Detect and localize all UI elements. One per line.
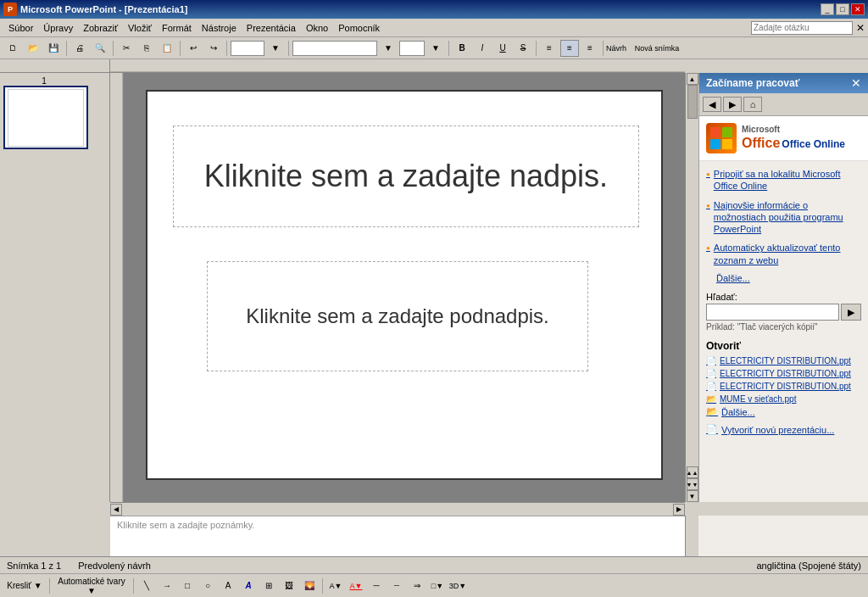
scroll-down-button[interactable]: ▼ (687, 490, 698, 502)
draw-menu-button[interactable]: Kresliť ▼ (3, 577, 46, 594)
dash-style-button[interactable]: ┄ (387, 577, 406, 594)
scroll-up-button[interactable]: ▲ (687, 73, 698, 85)
title-controls[interactable]: _ □ ✕ (821, 3, 865, 15)
scroll-right-button[interactable]: ▶ (673, 504, 685, 516)
3d-button[interactable]: 3D▼ (448, 577, 467, 594)
bold-button[interactable]: B (453, 40, 471, 57)
panel-search-input[interactable] (706, 304, 839, 321)
insert-picture-button[interactable]: 🌄 (300, 577, 319, 594)
align-right-button[interactable]: ≡ (581, 40, 599, 57)
minimize-button[interactable]: _ (821, 3, 834, 15)
strikethrough-button[interactable]: S (514, 40, 532, 57)
right-panel-close[interactable]: ✕ (851, 76, 861, 90)
menu-view[interactable]: Zobraziť (78, 21, 123, 35)
notes-area[interactable]: Kliknite sem a zadajte poznámky. (110, 516, 685, 556)
shadow-button[interactable]: □▼ (428, 577, 447, 594)
office-online-logo: Microsoft Office Office Online (699, 116, 868, 161)
link-connect-office[interactable]: ● Pripojiť sa na lokalitu Microsoft Offi… (706, 168, 861, 192)
align-left-button[interactable]: ≡ (540, 40, 559, 57)
nav-forward-button[interactable]: ▶ (723, 97, 742, 112)
font-dropdown[interactable]: ▼ (379, 40, 398, 57)
new-button[interactable]: 🗋 (3, 40, 22, 57)
scroll-left-button[interactable]: ◀ (110, 504, 122, 516)
underline-button[interactable]: U (493, 40, 512, 57)
print-button[interactable]: 🖨 (70, 40, 89, 57)
maximize-button[interactable]: □ (836, 3, 849, 15)
menu-file[interactable]: Súbor (3, 21, 38, 35)
zoom-input[interactable]: 66% (231, 41, 264, 56)
oval-tool-button[interactable]: ○ (198, 577, 217, 594)
horizontal-scrollbar[interactable]: ◀ ▶ (110, 502, 685, 516)
ruler-right-spacer (698, 59, 868, 73)
font-size-input[interactable]: 18 (399, 41, 425, 56)
preview-button[interactable]: 🔍 (91, 40, 109, 57)
italic-button[interactable]: I (473, 40, 492, 57)
nav-home-button[interactable]: ⌂ (743, 97, 762, 112)
help-search-input[interactable] (751, 21, 853, 35)
menu-help[interactable]: Pomocník (333, 21, 385, 35)
scroll-thumb-v[interactable] (687, 85, 698, 119)
nova-snimka-button[interactable]: Nová snímka (627, 40, 687, 57)
font-color-button[interactable]: A▼ (347, 577, 365, 594)
vertical-ruler (110, 73, 124, 502)
undo-button[interactable]: ↩ (184, 40, 203, 57)
insert-diagram-button[interactable]: ⊞ (259, 577, 278, 594)
menu-format[interactable]: Formát (157, 21, 197, 35)
open-file-2[interactable]: 📄 ELECTRICITY DISTRIBUTION.ppt (706, 368, 861, 379)
slide-panel: 1 (0, 73, 110, 502)
subtitle-placeholder[interactable]: Kliknite sem a zadajte podnadpis. (207, 261, 588, 371)
title-placeholder[interactable]: Kliknite sem a zadajte nadpis. (173, 126, 639, 227)
cut-button[interactable]: ✂ (117, 40, 136, 57)
paste-button[interactable]: 📋 (158, 40, 176, 57)
slide-canvas-area[interactable]: Kliknite sem a zadajte nadpis. Kliknite … (124, 73, 685, 502)
autoshapes-button[interactable]: Automatické tvary ▼ (53, 577, 130, 594)
zoom-dropdown[interactable]: ▼ (266, 40, 285, 57)
align-center-button[interactable]: ≡ (560, 40, 579, 57)
page-up-button[interactable]: ▲▲ (687, 466, 698, 478)
copy-button[interactable]: ⎘ (137, 40, 156, 57)
open-file-3[interactable]: 📄 ELECTRICITY DISTRIBUTION.ppt (706, 381, 861, 392)
font-name-input[interactable]: Arial (292, 41, 377, 56)
menu-insert[interactable]: Vložiť (123, 21, 157, 35)
menu-presentation[interactable]: Prezentácia (242, 21, 301, 35)
scrollbar-row: ◀ ▶ (110, 502, 868, 516)
arrow-tool-button[interactable]: → (158, 577, 176, 594)
slide-canvas[interactable]: Kliknite sem a zadajte nadpis. Kliknite … (146, 90, 663, 480)
search-go-button[interactable]: ▶ (841, 304, 861, 321)
open-file-4[interactable]: 📂 MUME v sieťach.ppt (706, 393, 861, 405)
page-down-button[interactable]: ▼▼ (687, 478, 698, 490)
open-more-link[interactable]: 📂 Ďalšie... (706, 406, 861, 417)
svg-rect-3 (722, 127, 732, 137)
link-latest-info[interactable]: ● Najnovšie informácie o možnostiach pou… (706, 199, 861, 236)
close-button[interactable]: ✕ (851, 3, 865, 15)
create-presentation-link[interactable]: 📄 Vytvoriť novú prezentáciu... (706, 424, 861, 435)
menu-tools[interactable]: Nástroje (197, 21, 242, 35)
font-size-dropdown[interactable]: ▼ (426, 40, 445, 57)
menu-window[interactable]: Okno (301, 21, 333, 35)
rect-tool-button[interactable]: □ (178, 577, 197, 594)
line-tool-button[interactable]: ╲ (137, 577, 156, 594)
menu-edit[interactable]: Úpravy (38, 21, 78, 35)
more-link[interactable]: Ďalšie... (716, 273, 861, 283)
wordart-button[interactable]: A (239, 577, 258, 594)
fill-color-button[interactable]: A▼ (326, 577, 345, 594)
nav-back-button[interactable]: ◀ (703, 97, 721, 112)
redo-button[interactable]: ↪ (204, 40, 223, 57)
line-style-button[interactable]: ─ (367, 577, 386, 594)
save-button[interactable]: 💾 (44, 40, 63, 57)
link-auto-update[interactable]: ● Automaticky aktualizovať tento zoznam … (706, 242, 861, 266)
arrow-style-button[interactable]: ⇒ (408, 577, 426, 594)
help-search-close[interactable]: ✕ (856, 22, 865, 34)
open-button[interactable]: 📂 (24, 40, 42, 57)
toolbar: 🗋 📂 💾 🖨 🔍 ✂ ⎘ 📋 ↩ ↪ 66% ▼ Arial ▼ 18 ▼ B… (0, 37, 868, 59)
open-file-1[interactable]: 📄 ELECTRICITY DISTRIBUTION.ppt (706, 355, 861, 366)
vertical-scrollbar[interactable]: ▲ ▲▲ ▼▼ ▼ (685, 73, 698, 502)
scroll-track-h (122, 505, 673, 515)
slide-thumbnail-1[interactable] (3, 86, 88, 149)
office-online-text: Office Office Online (742, 135, 845, 151)
office-logo-text: Microsoft Office Office Online (742, 125, 845, 151)
insert-clipart-button[interactable]: 🖼 (280, 577, 298, 594)
open-more-icon: 📂 (706, 406, 718, 417)
textbox-tool-button[interactable]: A (219, 577, 237, 594)
navrh-button[interactable]: Návrh (607, 40, 626, 57)
